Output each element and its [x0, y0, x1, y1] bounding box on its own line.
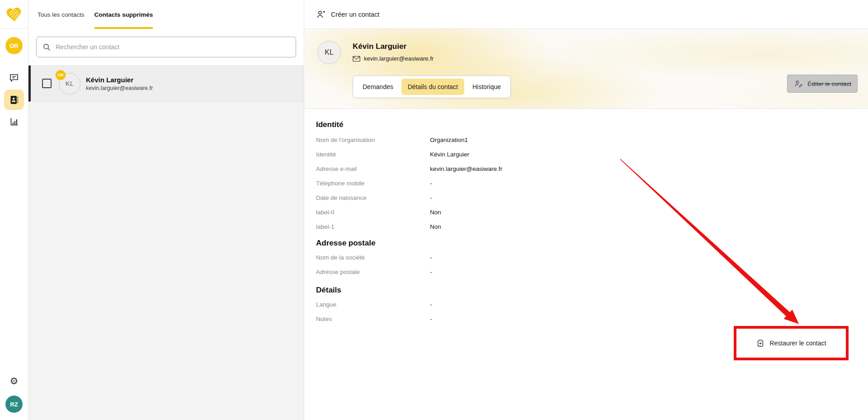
contact-list: OR KL Kévin Larguier kevin.larguier@easi…: [28, 65, 304, 420]
tab-all-contacts[interactable]: Tous les contacts: [38, 0, 85, 29]
info-row: label-0 Non: [316, 205, 868, 219]
edit-contact-button: Éditer le contact: [787, 75, 858, 93]
contact-checkbox[interactable]: [42, 79, 52, 88]
sidebar-item-statistics[interactable]: [9, 116, 19, 127]
detail-tabs: Demandes Détails du contact Historique: [353, 76, 511, 98]
contact-list-tabs: Tous les contacts Contacts supprimés: [28, 0, 304, 29]
edit-contact-label: Éditer le contact: [807, 80, 851, 87]
address-book-icon: [9, 94, 19, 105]
user-avatar[interactable]: RZ: [5, 396, 23, 413]
info-row: Nom de l'organisation Organization1: [316, 132, 868, 147]
easiware-heart-logo-icon: [5, 5, 24, 24]
section-postal-address: Adresse postale Nom de la société - Adre…: [316, 238, 868, 279]
contact-details-content: Identité Nom de l'organisation Organizat…: [305, 109, 868, 326]
info-row: Nom de la société -: [316, 250, 868, 264]
contact-search-container: [28, 29, 304, 65]
section-identity: Identité Nom de l'organisation Organizat…: [316, 120, 868, 234]
tab-contact-details[interactable]: Détails du contact: [401, 79, 464, 95]
section-details: Détails Langue - Notes -: [316, 285, 868, 326]
app-sidebar: OR ⚙ RZ: [0, 0, 28, 420]
detail-topbar: Créer un contact: [305, 0, 868, 29]
sidebar-item-contacts[interactable]: [4, 90, 24, 110]
chat-bubble-icon: [9, 72, 19, 83]
organization-avatar[interactable]: OR: [5, 37, 23, 54]
contact-avatar: OR KL: [59, 73, 80, 94]
contact-header: KL Kévin Larguier kevin.larguier@easiwar…: [305, 29, 868, 109]
person-pencil-icon: [793, 79, 803, 89]
restore-contact-label: Restaurer le contact: [769, 340, 826, 347]
create-contact-button[interactable]: Créer un contact: [316, 9, 379, 20]
info-row: label-1 Non: [316, 219, 868, 234]
tab-deleted-contacts[interactable]: Contacts supprimés: [94, 0, 153, 29]
bar-chart-icon: [9, 116, 19, 127]
contact-list-item[interactable]: OR KL Kévin Larguier kevin.larguier@easi…: [28, 66, 304, 102]
organization-badge: OR: [56, 70, 66, 80]
restore-contact-button[interactable]: Restaurer le contact: [756, 339, 826, 348]
contact-name: Kévin Larguier: [86, 76, 153, 84]
envelope-icon: [353, 56, 360, 62]
contact-header-name: Kévin Larguier: [353, 42, 406, 51]
info-row: Adresse e-mail kevin.larguier@easiware.f…: [316, 161, 868, 176]
section-title: Détails: [316, 285, 868, 295]
tab-history[interactable]: Historique: [466, 79, 507, 95]
info-row: Langue -: [316, 297, 868, 311]
restore-from-trash-icon: [756, 339, 765, 348]
contact-header-avatar: KL: [317, 41, 341, 64]
contact-search-input[interactable]: [36, 37, 296, 57]
tab-requests[interactable]: Demandes: [356, 79, 400, 95]
person-plus-icon: [316, 9, 326, 20]
section-title: Adresse postale: [316, 238, 868, 248]
section-title: Identité: [316, 120, 868, 130]
info-row: Date de naissance -: [316, 190, 868, 205]
contact-list-panel: Tous les contacts Contacts supprimés OR …: [28, 0, 304, 420]
info-row: Identité Kévin Larguier: [316, 147, 868, 161]
info-row: Adresse postale -: [316, 264, 868, 279]
logo-container: [0, 0, 28, 29]
info-row: Téléphone mobile -: [316, 176, 868, 190]
info-row: Notes -: [316, 311, 868, 326]
sidebar-item-requests[interactable]: [9, 72, 19, 83]
search-icon: [42, 43, 51, 52]
settings-gear-icon[interactable]: ⚙: [10, 376, 19, 386]
contact-header-email[interactable]: kevin.larguier@easiware.fr: [364, 55, 434, 62]
annotation-highlight-box: Restaurer le contact: [734, 326, 849, 360]
contact-email: kevin.larguier@easiware.fr: [86, 85, 153, 91]
create-contact-label: Créer un contact: [331, 11, 379, 18]
